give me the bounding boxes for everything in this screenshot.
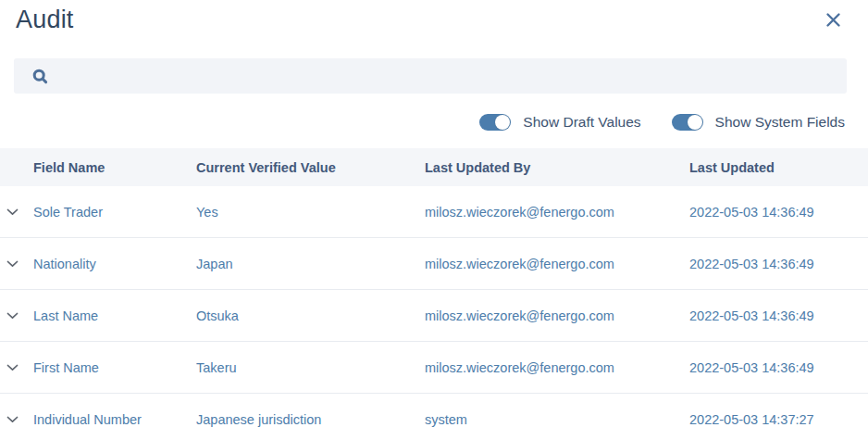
column-header-last-updated: Last Updated <box>689 160 868 175</box>
cell-current-verified-value: Yes <box>196 205 425 220</box>
cell-last-updated: 2022-05-03 14:36:49 <box>689 257 868 271</box>
table-row: Last Name Otsuka milosz.wieczorek@fenerg… <box>0 290 868 342</box>
row-expand-button[interactable] <box>0 416 33 423</box>
cell-field-name: Nationality <box>33 257 196 271</box>
cell-last-updated: 2022-05-03 14:36:49 <box>689 308 868 323</box>
cell-current-verified-value: Takeru <box>196 360 425 375</box>
toggle-knob <box>688 115 702 130</box>
cell-last-updated: 2022-05-03 14:37:27 <box>689 412 868 427</box>
cell-current-verified-value: Japanese jurisdiction <box>196 412 425 427</box>
cell-field-name: First Name <box>33 360 196 375</box>
chevron-down-icon <box>6 312 19 320</box>
toggles-row: Show Draft Values Show System Fields <box>0 112 868 132</box>
show-system-fields-toggle[interactable] <box>672 114 703 131</box>
cell-field-name: Sole Trader <box>33 205 196 220</box>
cell-last-updated-by: system <box>425 412 689 427</box>
column-header-field-name: Field Name <box>33 160 196 175</box>
close-icon <box>825 12 841 28</box>
cell-last-updated-by: milosz.wieczorek@fenergo.com <box>425 360 689 375</box>
search-icon <box>32 69 48 84</box>
chevron-down-icon <box>6 260 19 268</box>
audit-table: Field Name Current Verified Value Last U… <box>0 148 868 440</box>
cell-last-updated-by: milosz.wieczorek@fenergo.com <box>425 308 689 323</box>
row-expand-button[interactable] <box>0 208 33 216</box>
column-header-current-verified-value: Current Verified Value <box>196 160 425 175</box>
table-row: Sole Trader Yes milosz.wieczorek@fenergo… <box>0 186 868 238</box>
column-header-last-updated-by: Last Updated By <box>425 160 689 175</box>
cell-last-updated: 2022-05-03 14:36:49 <box>689 205 868 220</box>
show-draft-values-toggle[interactable] <box>479 114 511 131</box>
audit-panel: Audit Show Draft Values <box>0 0 868 440</box>
row-expand-button[interactable] <box>0 260 33 268</box>
cell-last-updated: 2022-05-03 14:36:49 <box>689 360 868 375</box>
cell-last-updated-by: milosz.wieczorek@fenergo.com <box>425 257 689 271</box>
cell-field-name: Individual Number <box>33 412 196 427</box>
cell-current-verified-value: Otsuka <box>196 308 425 323</box>
table-header-row: Field Name Current Verified Value Last U… <box>0 148 868 186</box>
cell-field-name: Last Name <box>33 308 196 323</box>
search-bar <box>14 58 847 94</box>
close-button[interactable] <box>824 10 842 29</box>
toggle-knob <box>495 115 510 130</box>
table-row: Individual Number Japanese jurisdiction … <box>0 394 868 440</box>
chevron-down-icon <box>6 416 19 423</box>
cell-current-verified-value: Japan <box>196 257 425 271</box>
table-row: First Name Takeru milosz.wieczorek@fener… <box>0 342 868 394</box>
search-input[interactable] <box>59 58 834 94</box>
row-expand-button[interactable] <box>0 364 33 371</box>
show-draft-values-label: Show Draft Values <box>523 114 640 131</box>
page-title: Audit <box>16 6 74 34</box>
show-draft-values-toggle-group[interactable]: Show Draft Values <box>479 114 640 131</box>
table-row: Nationality Japan milosz.wieczorek@fener… <box>0 238 868 290</box>
show-system-fields-label: Show System Fields <box>715 114 845 131</box>
chevron-down-icon <box>6 364 19 371</box>
cell-last-updated-by: milosz.wieczorek@fenergo.com <box>425 205 689 220</box>
chevron-down-icon <box>6 208 19 216</box>
panel-header: Audit <box>0 0 868 52</box>
show-system-fields-toggle-group[interactable]: Show System Fields <box>672 114 845 131</box>
row-expand-button[interactable] <box>0 312 33 320</box>
